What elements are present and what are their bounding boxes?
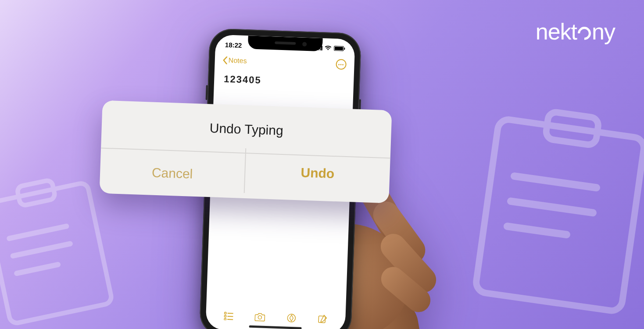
more-options-button[interactable]: •••: [336, 59, 347, 70]
svg-line-3: [13, 244, 70, 256]
svg-point-15: [224, 315, 226, 318]
svg-line-4: [17, 265, 58, 273]
clipboard-watermark-left: [0, 168, 120, 329]
battery-icon: [334, 46, 345, 51]
compose-icon[interactable]: [317, 314, 328, 325]
svg-point-19: [258, 315, 261, 319]
chevron-left-icon: [222, 56, 228, 64]
status-bar: 18:22: [215, 39, 355, 54]
svg-line-9: [507, 226, 566, 235]
checklist-icon[interactable]: [223, 311, 234, 322]
svg-rect-5: [475, 118, 644, 312]
wifi-icon: [325, 45, 332, 51]
cellular-signal-icon: [316, 45, 322, 50]
notes-toolbar: [206, 310, 346, 325]
brand-o-icon: [575, 24, 594, 43]
back-label: Notes: [228, 57, 247, 65]
undo-typing-alert: Undo Typing Cancel Undo: [100, 100, 392, 204]
svg-rect-11: [335, 46, 343, 50]
svg-rect-12: [344, 47, 345, 50]
svg-line-2: [9, 226, 66, 239]
status-time: 18:22: [225, 41, 242, 49]
sketch-icon[interactable]: [286, 313, 297, 324]
svg-line-7: [514, 176, 596, 188]
svg-point-17: [224, 318, 226, 321]
home-indicator: [249, 325, 302, 329]
camera-icon[interactable]: [254, 311, 265, 322]
svg-point-13: [224, 312, 226, 315]
undo-button[interactable]: Undo: [244, 148, 390, 198]
svg-line-8: [511, 201, 593, 213]
back-button[interactable]: Notes: [222, 56, 247, 65]
note-content[interactable]: 123405: [224, 73, 344, 89]
clipboard-watermark-right: [465, 99, 644, 322]
brand-logo: nektny: [536, 18, 615, 45]
cancel-button[interactable]: Cancel: [100, 148, 245, 198]
